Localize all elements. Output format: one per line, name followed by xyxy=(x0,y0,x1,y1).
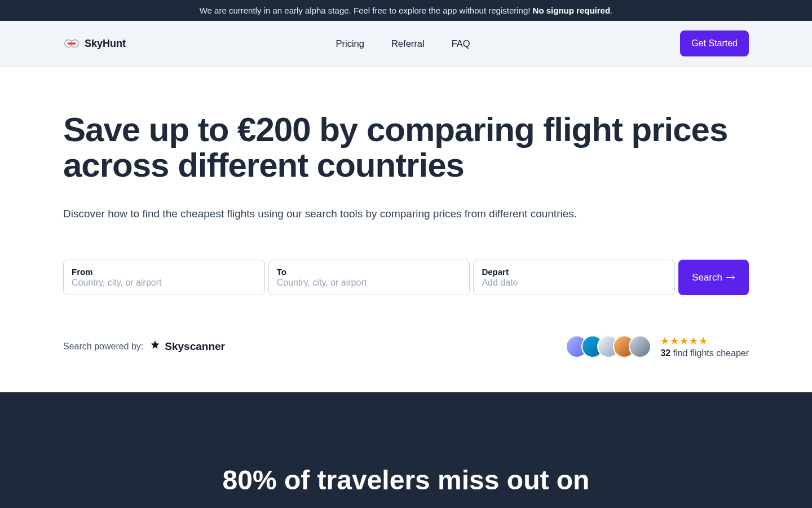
search-arrow-icon: 🡒 xyxy=(726,272,735,283)
rating-text: 32 find flights cheaper xyxy=(660,348,749,358)
avatar xyxy=(629,335,651,358)
from-input[interactable] xyxy=(72,278,257,288)
depart-label: Depart xyxy=(482,267,667,277)
search-button-label: Search xyxy=(692,272,722,283)
from-label: From xyxy=(72,267,257,277)
rating-block: ★★★★★ 32 find flights cheaper xyxy=(660,335,749,358)
banner-text: We are currently in an early alpha stage… xyxy=(200,6,533,15)
nav-faq[interactable]: FAQ xyxy=(452,38,470,49)
svg-rect-2 xyxy=(68,42,76,45)
value-prop-section: 80% of travelers miss out on xyxy=(0,392,812,508)
search-button[interactable]: Search 🡒 xyxy=(678,260,749,295)
banner-strong: No signup required xyxy=(533,6,611,15)
brand[interactable]: SkyHunt xyxy=(63,38,126,50)
powered-by: Search powered by: Skyscanner xyxy=(63,339,225,354)
alpha-banner: We are currently in an early alpha stage… xyxy=(0,0,812,21)
proof-row: Search powered by: Skyscanner ★★★★★ 32 f… xyxy=(63,335,749,358)
to-field[interactable]: To xyxy=(268,260,470,295)
from-field[interactable]: From xyxy=(63,260,265,295)
get-started-button[interactable]: Get Started xyxy=(680,30,749,56)
hero-subtitle: Discover how to find the cheapest flight… xyxy=(63,208,749,220)
star-rating-icon: ★★★★★ xyxy=(660,335,749,347)
to-label: To xyxy=(277,267,462,277)
brand-logo-icon xyxy=(63,38,80,49)
brand-name: SkyHunt xyxy=(85,38,126,50)
to-input[interactable] xyxy=(277,278,462,288)
provider-name: Skyscanner xyxy=(165,340,225,353)
depart-input[interactable] xyxy=(482,278,667,288)
powered-by-label: Search powered by: xyxy=(63,341,143,352)
primary-nav: Pricing Referral FAQ xyxy=(336,38,470,49)
rating-count: 32 xyxy=(660,348,670,358)
hero-title: Save up to €200 by comparing flight pric… xyxy=(63,112,749,183)
nav-pricing[interactable]: Pricing xyxy=(336,38,364,49)
skyscanner-icon xyxy=(149,339,161,354)
provider-logo: Skyscanner xyxy=(149,339,225,354)
social-proof: ★★★★★ 32 find flights cheaper xyxy=(566,335,749,358)
site-header: SkyHunt Pricing Referral FAQ Get Started xyxy=(0,21,812,67)
value-prop-heading: 80% of travelers miss out on xyxy=(180,466,632,496)
depart-field[interactable]: Depart xyxy=(473,260,675,295)
nav-referral[interactable]: Referral xyxy=(391,38,425,49)
rating-suffix: find flights cheaper xyxy=(670,348,749,358)
hero: Save up to €200 by comparing flight pric… xyxy=(63,67,749,392)
banner-tail: . xyxy=(610,6,612,15)
flight-search: From To Depart Search 🡒 xyxy=(63,260,749,295)
user-avatars xyxy=(566,335,651,358)
